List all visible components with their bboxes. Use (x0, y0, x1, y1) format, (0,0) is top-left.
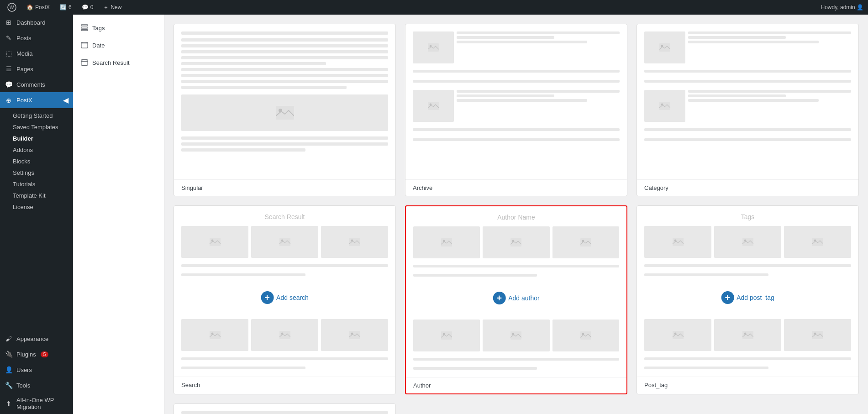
svg-point-24 (211, 240, 213, 242)
svg-point-34 (351, 333, 353, 335)
sidebar-item-postx[interactable]: ⊕ PostX ◀ (0, 92, 73, 108)
svg-point-36 (443, 240, 445, 242)
svg-point-44 (512, 333, 515, 335)
sidebar-item-appearance[interactable]: 🖌 Appearance (0, 331, 73, 346)
submenu-saved-templates[interactable]: Saved Templates (0, 121, 73, 133)
mock-line-5 (181, 56, 388, 59)
mock-line-9 (181, 80, 388, 83)
svg-point-30 (211, 333, 213, 335)
svg-point-20 (661, 45, 663, 47)
singular-label: Singular (181, 184, 203, 191)
updates-count: 6 (68, 4, 72, 10)
sidebar-item-dashboard[interactable]: ⊞ Dashboard (0, 15, 73, 30)
submenu-template-kit[interactable]: Template Kit (0, 190, 73, 201)
submenu-tutorials[interactable]: Tutorials (0, 178, 73, 190)
search-preview: + Add search (181, 226, 388, 369)
post-tag-img-3 (784, 226, 851, 258)
author-card-title: Author Name (413, 214, 619, 221)
submenu-settings[interactable]: Settings (0, 167, 73, 178)
subnav-search-result[interactable]: Search Result (73, 54, 164, 71)
sidebar: ⊞ Dashboard ✎ Posts ⬚ Media ☰ Pages 💬 Co… (0, 15, 73, 414)
category-row-2 (644, 90, 851, 122)
add-search-button[interactable]: + Add search (261, 291, 309, 304)
posts-icon: ✎ (5, 34, 13, 42)
update-icon: 🔄 (60, 4, 67, 10)
author-img-4 (413, 320, 480, 351)
sidebar-item-media[interactable]: ⬚ Media (0, 46, 73, 61)
add-post-tag-button[interactable]: + Add post_tag (721, 291, 774, 304)
svg-rect-3 (81, 27, 88, 28)
subnav-date[interactable]: Date (73, 37, 164, 54)
svg-point-58 (814, 333, 816, 335)
svg-point-16 (430, 45, 432, 47)
comments-item[interactable]: 💬 0 (79, 4, 96, 10)
post-tag-img-1 (644, 226, 711, 258)
tag-icon (80, 24, 89, 32)
tools-icon: 🔧 (5, 381, 13, 389)
singular-mock (181, 31, 388, 172)
user-greeting[interactable]: Howdy, admin 👤 (821, 4, 863, 10)
submenu-getting-started[interactable]: Getting Started (0, 110, 73, 121)
svg-point-32 (281, 333, 283, 335)
posts-label: Posts (16, 35, 32, 42)
mock-line-4 (181, 50, 388, 53)
archive-img-2 (413, 90, 454, 122)
card-partial-inner (174, 404, 395, 414)
category-row-1 (644, 31, 851, 63)
search-img-1 (181, 226, 248, 258)
updates-item[interactable]: 🔄 6 (57, 4, 74, 10)
add-search-circle: + (261, 291, 274, 304)
new-item[interactable]: ＋ New (100, 4, 124, 11)
mock-line-10 (181, 86, 347, 89)
top-bar-left: W 🏠 PostX 🔄 6 💬 0 ＋ New (5, 3, 815, 12)
category-img-2 (644, 90, 685, 122)
sidebar-item-users[interactable]: 👤 Users (0, 362, 73, 377)
post-tag-img-4 (644, 319, 711, 351)
users-label: Users (16, 367, 32, 373)
sidebar-item-comments[interactable]: 💬 Comments (0, 77, 73, 92)
svg-point-18 (430, 104, 432, 106)
sidebar-item-tools[interactable]: 🔧 Tools (0, 377, 73, 393)
submenu-builder[interactable]: Builder (0, 133, 73, 144)
card-archive-footer: Archive (405, 179, 627, 196)
plugins-icon: 🔌 (5, 350, 13, 358)
submenu-blocks[interactable]: Blocks (0, 156, 73, 167)
sidebar-item-pages[interactable]: ☰ Pages (0, 61, 73, 77)
card-post-tag-inner: Tags (637, 206, 858, 377)
wp-logo-item[interactable]: W (5, 3, 19, 12)
author-img-3 (552, 226, 619, 258)
appearance-icon: 🖌 (5, 335, 13, 343)
subnav-tags[interactable]: Tags (73, 19, 164, 37)
mock-line-3 (181, 44, 388, 47)
author-preview: + Add author (413, 226, 619, 370)
pages-label: Pages (16, 66, 33, 73)
post-tag-img-2 (714, 226, 781, 258)
mock-line-6 (181, 62, 326, 65)
card-partial (174, 404, 396, 414)
mock-line-13 (181, 148, 305, 152)
sidebar-item-posts[interactable]: ✎ Posts (0, 30, 73, 46)
sidebar-item-plugins[interactable]: 🔌 Plugins 5 (0, 346, 73, 362)
plugins-label: Plugins (16, 351, 36, 358)
new-label: New (110, 4, 121, 10)
search-img-2 (251, 226, 318, 258)
site-name-item[interactable]: 🏠 PostX (24, 4, 53, 10)
submenu-addons[interactable]: Addons (0, 144, 73, 156)
singular-img-placeholder (181, 94, 388, 131)
add-author-circle: + (493, 292, 505, 304)
mock-line-7 (181, 68, 388, 71)
author-label: Author (413, 382, 431, 389)
search-img-grid-2 (181, 319, 388, 351)
category-img-1 (644, 31, 685, 63)
archive-row-2 (413, 90, 620, 122)
subnav-date-label: Date (92, 42, 105, 49)
home-icon: 🏠 (26, 4, 33, 10)
add-author-button[interactable]: + Add author (493, 292, 540, 304)
card-post-tag-footer: Post_tag (637, 377, 858, 393)
submenu-license[interactable]: License (0, 201, 73, 213)
sidebar-item-aio-migration[interactable]: ⬆ All-in-One WP Migration (0, 393, 73, 414)
archive-row-1 (413, 31, 620, 63)
archive-lines-2 (457, 90, 620, 122)
postx-submenu: Getting Started Saved Templates Builder … (0, 108, 73, 215)
svg-text:W: W (10, 5, 14, 10)
